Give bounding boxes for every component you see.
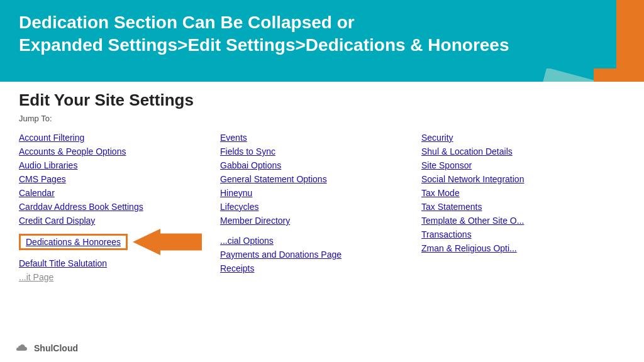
link-social-network[interactable]: Social Network Integration: [421, 172, 623, 186]
link-credit-card[interactable]: Credit Card Display: [19, 214, 220, 228]
link-security[interactable]: Security: [421, 131, 623, 145]
col-1: Account Filtering Accounts & People Opti…: [19, 131, 220, 284]
page-title: Edit Your Site Settings: [19, 90, 625, 110]
link-gabbai[interactable]: Gabbai Options: [220, 158, 421, 172]
link-account-filtering[interactable]: Account Filtering: [19, 131, 220, 145]
link-events[interactable]: Events: [220, 131, 421, 145]
link-tax-statements[interactable]: Tax Statements: [421, 200, 623, 214]
link-site-sponsor[interactable]: Site Sponsor: [421, 158, 623, 172]
link-member-directory[interactable]: Member Directory: [220, 214, 421, 228]
link-dedications[interactable]: Dedications & Honorees: [19, 234, 128, 250]
shulcloud-icon: [15, 342, 30, 354]
link-calendar[interactable]: Calendar: [19, 186, 220, 200]
link-receipts[interactable]: Receipts: [220, 261, 421, 275]
arrow-left-icon: [133, 229, 202, 255]
link-it-page[interactable]: ...it Page: [19, 270, 220, 284]
link-cial-options[interactable]: ...cial Options: [220, 234, 421, 248]
shulcloud-logo: ShulCloud: [15, 342, 78, 354]
link-cms-pages[interactable]: CMS Pages: [19, 172, 220, 186]
link-zman[interactable]: Zman & Religious Opti...: [421, 241, 623, 255]
link-template-site[interactable]: Template & Other Site O...: [421, 214, 623, 228]
link-general-statement[interactable]: General Statement Options: [220, 172, 421, 186]
link-carddav[interactable]: Carddav Address Book Settings: [19, 200, 220, 214]
dedications-row: Dedications & Honorees: [19, 229, 220, 255]
link-shul-location[interactable]: Shul & Location Details: [421, 145, 623, 158]
jump-to-label: Jump To:: [19, 114, 625, 123]
link-lifecycles[interactable]: Lifecycles: [220, 200, 421, 214]
links-grid: Account Filtering Accounts & People Opti…: [19, 131, 625, 284]
header-banner: Dedication Section Can Be Collapsed or E…: [0, 0, 616, 69]
main-content: Edit Your Site Settings Jump To: Account…: [0, 82, 644, 362]
link-transactions[interactable]: Transactions: [421, 228, 623, 241]
link-tax-mode[interactable]: Tax Mode: [421, 186, 623, 200]
link-default-title[interactable]: Default Title Salutation: [19, 256, 220, 270]
link-fields-to-sync[interactable]: Fields to Sync: [220, 145, 421, 158]
link-payments[interactable]: Payments and Donations Page: [220, 248, 421, 261]
link-hineynu[interactable]: Hineynu: [220, 186, 421, 200]
link-audio-libraries[interactable]: Audio Libraries: [19, 158, 220, 172]
shulcloud-logo-text: ShulCloud: [34, 343, 78, 353]
header-title: Dedication Section Can Be Collapsed or E…: [19, 11, 597, 57]
col-2: Events Fields to Sync Gabbai Options Gen…: [220, 131, 421, 284]
col-3: Security Shul & Location Details Site Sp…: [421, 131, 623, 284]
link-accounts-people[interactable]: Accounts & People Options: [19, 145, 220, 158]
